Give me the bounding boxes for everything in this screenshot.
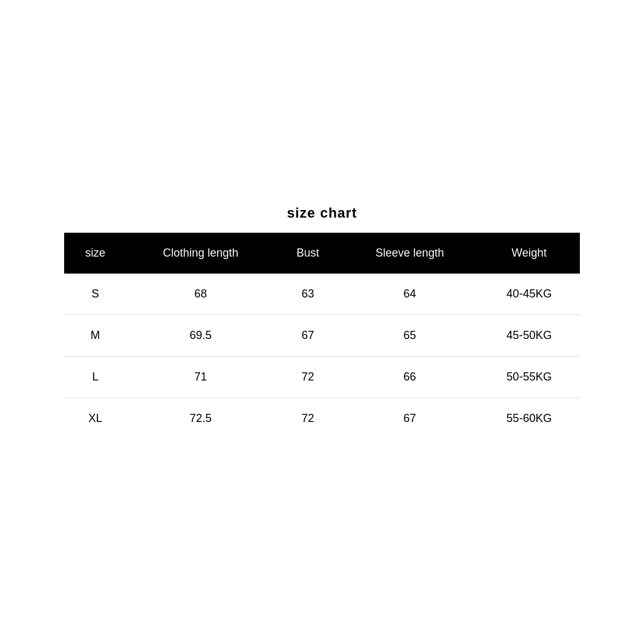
cell-bust: 72 — [275, 398, 341, 440]
cell-weight: 50-55KG — [479, 357, 580, 398]
cell-bust: 63 — [275, 274, 341, 315]
col-header-weight: Weight — [479, 233, 580, 274]
cell-bust: 72 — [275, 357, 341, 398]
cell-clothing_length: 71 — [126, 357, 275, 398]
page-container: size chart size Clothing length Bust Sle… — [0, 0, 644, 644]
cell-clothing_length: 69.5 — [126, 315, 275, 357]
col-header-clothing-length: Clothing length — [126, 233, 275, 274]
table-row: L71726650-55KG — [64, 357, 580, 398]
size-chart-wrapper: size chart size Clothing length Bust Sle… — [64, 205, 580, 439]
cell-size: S — [64, 274, 126, 315]
cell-weight: 45-50KG — [479, 315, 580, 357]
table-row: S68636440-45KG — [64, 274, 580, 315]
cell-size: M — [64, 315, 126, 357]
col-header-sleeve-length: Sleeve length — [341, 233, 479, 274]
cell-clothing_length: 72.5 — [126, 398, 275, 440]
chart-title: size chart — [64, 205, 580, 221]
table-row: XL72.5726755-60KG — [64, 398, 580, 440]
col-header-size: size — [64, 233, 126, 274]
size-table: size Clothing length Bust Sleeve length … — [64, 233, 580, 439]
cell-weight: 40-45KG — [479, 274, 580, 315]
col-header-bust: Bust — [275, 233, 341, 274]
cell-sleeve_length: 65 — [341, 315, 479, 357]
cell-size: L — [64, 357, 126, 398]
cell-clothing_length: 68 — [126, 274, 275, 315]
table-header-row: size Clothing length Bust Sleeve length … — [64, 233, 580, 274]
cell-weight: 55-60KG — [479, 398, 580, 440]
cell-bust: 67 — [275, 315, 341, 357]
cell-sleeve_length: 64 — [341, 274, 479, 315]
cell-size: XL — [64, 398, 126, 440]
cell-sleeve_length: 67 — [341, 398, 479, 440]
cell-sleeve_length: 66 — [341, 357, 479, 398]
table-row: M69.5676545-50KG — [64, 315, 580, 357]
